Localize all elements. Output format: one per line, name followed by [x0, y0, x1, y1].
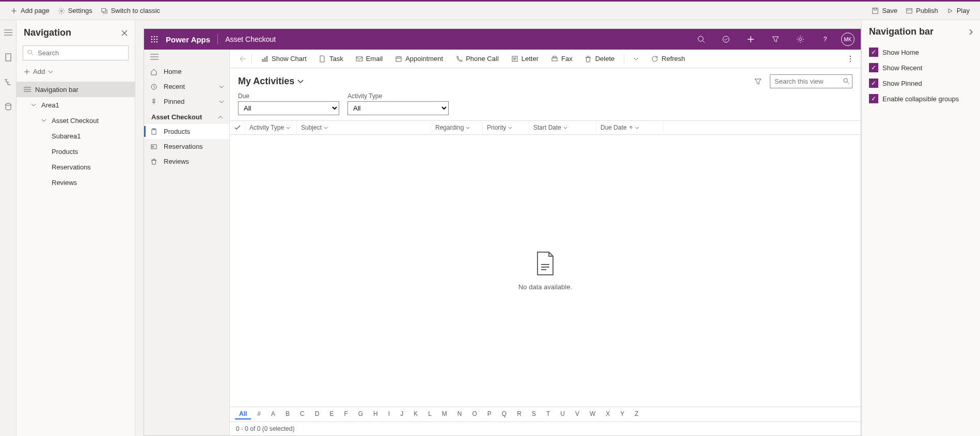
alpha-t[interactable]: T [542, 409, 554, 419]
rail-pages-icon[interactable] [0, 50, 17, 65]
col-due-date[interactable]: Due Date [596, 121, 663, 134]
filter-icon[interactable] [752, 76, 764, 87]
sidenav-pinned[interactable]: Pinned [144, 94, 229, 109]
alpha-all[interactable]: All [235, 409, 251, 419]
save-button[interactable]: Save [867, 5, 902, 17]
delete-dropdown[interactable] [628, 55, 644, 63]
check-show-home[interactable]: ✓ Show Home [869, 44, 973, 60]
waffle-icon[interactable] [150, 35, 159, 43]
alpha-v[interactable]: V [571, 409, 583, 419]
sidenav-recent[interactable]: Recent [144, 79, 229, 94]
sidenav-reviews[interactable]: Reviews [144, 154, 229, 169]
alpha-p[interactable]: P [483, 409, 496, 419]
document-icon [319, 55, 326, 63]
alpha-n[interactable]: N [453, 409, 466, 419]
settings-button[interactable]: Settings [54, 5, 97, 17]
alpha-e[interactable]: E [325, 409, 338, 419]
chevron-up-icon [218, 116, 223, 119]
col-priority[interactable]: Priority [483, 121, 529, 134]
tree-item-navbar[interactable]: Navigation bar [17, 82, 135, 97]
play-button[interactable]: Play [942, 5, 974, 17]
add-page-button[interactable]: Add page [6, 5, 54, 17]
due-select[interactable]: All [238, 101, 339, 115]
alpha-k[interactable]: K [409, 409, 422, 419]
check-enable-groups[interactable]: ✓ Enable collapsible groups [869, 91, 973, 106]
alpha-h[interactable]: H [369, 409, 382, 419]
grid-checkall[interactable] [230, 121, 245, 134]
header-help-icon[interactable]: ? [816, 29, 834, 50]
sidenav-hamburger-icon[interactable] [144, 50, 229, 64]
switch-classic-button[interactable]: Switch to classic [97, 5, 164, 17]
close-icon[interactable] [121, 30, 128, 36]
rail-data-icon[interactable] [0, 100, 17, 114]
rail-tree-icon[interactable] [0, 75, 17, 89]
alpha-r[interactable]: R [513, 409, 526, 419]
alpha-g[interactable]: G [354, 409, 367, 419]
back-button[interactable] [234, 54, 252, 64]
show-chart-button[interactable]: Show Chart [256, 53, 312, 65]
publish-button[interactable]: Publish [902, 5, 942, 17]
alpha-d[interactable]: D [311, 409, 324, 419]
nav-search-input[interactable] [23, 45, 129, 60]
alpha-y[interactable]: Y [616, 409, 628, 419]
alpha-j[interactable]: J [396, 409, 407, 419]
chevron-down-icon [219, 85, 224, 88]
alpha-u[interactable]: U [556, 409, 569, 419]
alpha-z[interactable]: Z [630, 409, 642, 419]
alpha-o[interactable]: O [468, 409, 481, 419]
alpha-q[interactable]: Q [498, 409, 511, 419]
sidenav-home[interactable]: Home [144, 64, 229, 79]
col-start-date[interactable]: Start Date [529, 121, 596, 134]
delete-button[interactable]: Delete [580, 53, 620, 65]
alpha-c[interactable]: C [296, 409, 309, 419]
checkbox-icon: ✓ [869, 94, 878, 103]
tree-item-reviews[interactable]: Reviews [17, 175, 135, 190]
col-subject[interactable]: Subject [297, 121, 431, 134]
col-regarding[interactable]: Regarding [431, 121, 483, 134]
check-show-recent[interactable]: ✓ Show Recent [869, 60, 973, 75]
tree-item-products[interactable]: Products [17, 144, 135, 159]
svg-rect-2 [873, 8, 878, 13]
alpha-l[interactable]: L [424, 409, 436, 419]
more-button[interactable] [844, 53, 857, 65]
check-show-pinned[interactable]: ✓ Show Pinned [869, 75, 973, 91]
header-plus-icon[interactable] [742, 29, 760, 50]
alpha-w[interactable]: W [586, 409, 599, 419]
sidenav-reservations[interactable]: Reservations [144, 139, 229, 154]
email-button[interactable]: Email [351, 53, 388, 65]
sidenav-products[interactable]: Products [144, 124, 229, 139]
fax-button[interactable]: Fax [546, 53, 578, 65]
tree-item-asset-checkout[interactable]: Asset Checkout [17, 113, 135, 128]
alpha-b[interactable]: B [281, 409, 294, 419]
header-task-icon[interactable] [717, 29, 735, 50]
alpha-f[interactable]: F [340, 409, 352, 419]
col-activity-type[interactable]: Activity Type [245, 121, 297, 134]
sidenav-group-title[interactable]: Asset Checkout [144, 109, 229, 124]
alpha-m[interactable]: M [438, 409, 451, 419]
alpha-i[interactable]: I [384, 409, 394, 419]
alpha-#[interactable]: # [253, 409, 265, 419]
tree-item-subarea1[interactable]: Subarea1 [17, 128, 135, 144]
search-icon[interactable] [843, 77, 849, 84]
alpha-a[interactable]: A [267, 409, 279, 419]
letter-button[interactable]: Letter [506, 53, 544, 65]
view-title-dropdown[interactable]: My Activities [238, 76, 304, 87]
task-button[interactable]: Task [314, 53, 349, 65]
rail-hamburger-icon[interactable] [0, 25, 17, 40]
nav-add-button[interactable]: Add [17, 64, 135, 80]
refresh-button[interactable]: Refresh [646, 53, 690, 65]
activity-type-select[interactable]: All [347, 101, 449, 115]
collapse-icon[interactable] [969, 28, 973, 36]
appointment-button[interactable]: Appointment [390, 53, 448, 65]
alpha-x[interactable]: X [602, 409, 614, 419]
view-search-input[interactable] [770, 74, 852, 88]
tree-item-area1[interactable]: Area1 [17, 97, 135, 113]
header-gear-icon[interactable] [792, 29, 809, 50]
alpha-s[interactable]: S [528, 409, 540, 419]
header-search-icon[interactable] [692, 29, 710, 50]
tree-item-reservations[interactable]: Reservations [17, 159, 135, 175]
header-filter-icon[interactable] [767, 29, 784, 50]
separator [624, 54, 624, 64]
avatar[interactable]: MK [841, 33, 855, 46]
phonecall-button[interactable]: Phone Call [450, 53, 504, 65]
